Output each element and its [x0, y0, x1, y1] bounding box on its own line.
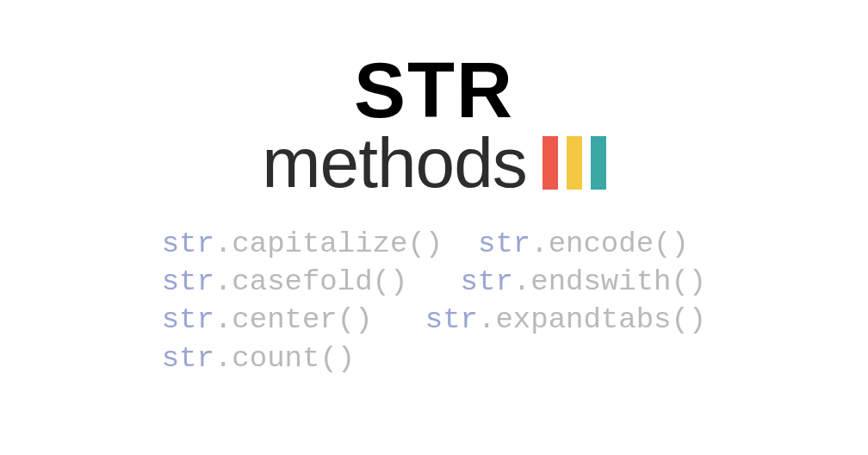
code-token: str	[461, 265, 513, 298]
code-token: str	[425, 303, 478, 336]
code-token: ()	[338, 303, 373, 336]
code-token: ()	[671, 303, 706, 336]
code-token: encode	[549, 228, 654, 260]
code-token: ()	[671, 265, 706, 298]
code-token: capitalize	[232, 228, 407, 260]
code-token: ()	[373, 265, 408, 298]
code-token: str	[162, 303, 214, 336]
code-token: .	[513, 265, 530, 298]
code-token: ()	[654, 228, 689, 260]
code-token: endswith	[530, 265, 671, 298]
methods-row: methods	[262, 122, 606, 203]
code-token: str	[478, 228, 530, 260]
code-token: count	[232, 342, 319, 375]
bars-logo	[542, 136, 606, 190]
code-token: ()	[319, 342, 355, 375]
code-token: str	[162, 228, 214, 260]
bar-teal	[591, 136, 606, 190]
code-block: str.capitalize() str.encode() str.casefo…	[162, 225, 707, 377]
bar-red	[542, 136, 558, 190]
bar-yellow	[567, 136, 582, 190]
code-token: casefold	[232, 265, 372, 298]
code-token: .	[214, 265, 232, 298]
title-methods: methods	[262, 122, 527, 203]
code-token: .	[478, 303, 495, 336]
code-token: str	[162, 342, 214, 375]
code-token: center	[232, 303, 337, 336]
code-token: .	[214, 342, 232, 375]
code-token: .	[530, 228, 548, 260]
code-token: ()	[407, 228, 443, 260]
title-str: STR	[354, 52, 514, 129]
code-token: expandtabs	[495, 303, 671, 336]
code-token: .	[214, 228, 232, 260]
code-token: str	[162, 265, 214, 298]
code-token: .	[214, 303, 232, 336]
